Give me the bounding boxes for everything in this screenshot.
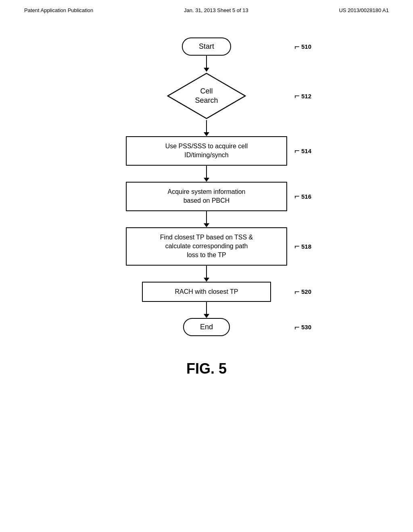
ref-518-num: 518 — [301, 243, 311, 250]
flowchart: Start ⌐ 510 CellSearch — [94, 29, 319, 336]
end-oval: End — [183, 318, 230, 336]
wavy-520: ⌐ — [294, 287, 300, 297]
ref-530: ⌐ 530 — [294, 322, 311, 332]
arrow-head — [204, 278, 209, 282]
node-520-row: RACH with closest TP ⌐ 520 — [94, 282, 319, 302]
node-516: Acquire system informationbased on PBCH — [126, 182, 287, 211]
arrow-518-520 — [204, 266, 209, 282]
arrow-line — [206, 302, 207, 314]
node-530-row: End ⌐ 530 — [94, 318, 319, 336]
arrow-head — [204, 68, 209, 72]
node-514-row: Use PSS/SSS to acquire cellID/timing/syn… — [94, 136, 319, 166]
header-middle: Jan. 31, 2013 Sheet 5 of 13 — [184, 7, 248, 13]
page-header: Patent Application Publication Jan. 31, … — [0, 0, 413, 13]
rect-514: Use PSS/SSS to acquire cellID/timing/syn… — [126, 136, 287, 166]
diagram-area: Start ⌐ 510 CellSearch — [0, 13, 413, 377]
rect-520-label: RACH with closest TP — [175, 288, 238, 295]
header-left: Patent Application Publication — [24, 7, 93, 13]
ref-520: ⌐ 520 — [294, 287, 311, 297]
wavy-516: ⌐ — [294, 191, 300, 202]
rect-520: RACH with closest TP — [142, 282, 271, 302]
node-512-row: CellSearch ⌐ 512 — [94, 72, 319, 120]
rect-518-label: Find closest TP based on TSS &calculate … — [160, 234, 253, 259]
arrow-line — [206, 120, 207, 132]
ref-510-num: 510 — [301, 43, 311, 50]
node-518: Find closest TP based on TSS &calculate … — [126, 227, 287, 266]
diamond-512: CellSearch — [166, 72, 247, 120]
arrow-520-530 — [204, 302, 209, 318]
cell-search-label: CellSearch — [195, 87, 218, 106]
rect-518: Find closest TP based on TSS &calculate … — [126, 227, 287, 266]
arrow-line — [206, 211, 207, 223]
ref-518: ⌐ 518 — [294, 241, 311, 251]
rect-514-label: Use PSS/SSS to acquire cellID/timing/syn… — [165, 143, 248, 158]
ref-510: ⌐ 510 — [294, 42, 311, 52]
ref-530-num: 530 — [301, 324, 311, 330]
wavy-518: ⌐ — [294, 241, 300, 251]
figure-label: FIG. 5 — [186, 360, 227, 377]
end-label: End — [200, 323, 213, 331]
ref-514: ⌐ 514 — [294, 145, 311, 156]
arrow-line — [206, 56, 207, 68]
start-label: Start — [199, 42, 214, 50]
rect-516-label: Acquire system informationbased on PBCH — [168, 188, 246, 204]
arrow-line — [206, 166, 207, 178]
node-514: Use PSS/SSS to acquire cellID/timing/syn… — [126, 136, 287, 166]
node-530: End — [183, 318, 230, 336]
node-512: CellSearch — [166, 72, 247, 120]
rect-516: Acquire system informationbased on PBCH — [126, 182, 287, 211]
ref-520-num: 520 — [301, 288, 311, 295]
arrow-512-514 — [204, 120, 209, 136]
node-516-row: Acquire system informationbased on PBCH … — [94, 182, 319, 211]
wavy-512: ⌐ — [294, 91, 300, 101]
header-right: US 2013/0028180 A1 — [339, 7, 389, 13]
ref-514-num: 514 — [301, 148, 311, 154]
node-510-row: Start ⌐ 510 — [94, 37, 319, 56]
ref-512-num: 512 — [301, 93, 311, 100]
ref-512: ⌐ 512 — [294, 91, 311, 101]
arrow-head — [204, 178, 209, 182]
node-520: RACH with closest TP — [142, 282, 271, 302]
arrow-head — [204, 314, 209, 318]
arrow-510-512 — [204, 56, 209, 72]
wavy-514: ⌐ — [294, 145, 300, 156]
ref-516-num: 516 — [301, 193, 311, 200]
arrow-516-518 — [204, 211, 209, 227]
wavy-530: ⌐ — [294, 322, 300, 332]
arrow-514-516 — [204, 166, 209, 182]
node-518-row: Find closest TP based on TSS &calculate … — [94, 227, 319, 266]
arrow-head — [204, 223, 209, 227]
wavy-510: ⌐ — [294, 42, 300, 52]
arrow-line — [206, 266, 207, 278]
node-510: Start — [182, 37, 231, 56]
arrow-head — [204, 132, 209, 136]
start-oval: Start — [182, 37, 231, 56]
ref-516: ⌐ 516 — [294, 191, 311, 202]
